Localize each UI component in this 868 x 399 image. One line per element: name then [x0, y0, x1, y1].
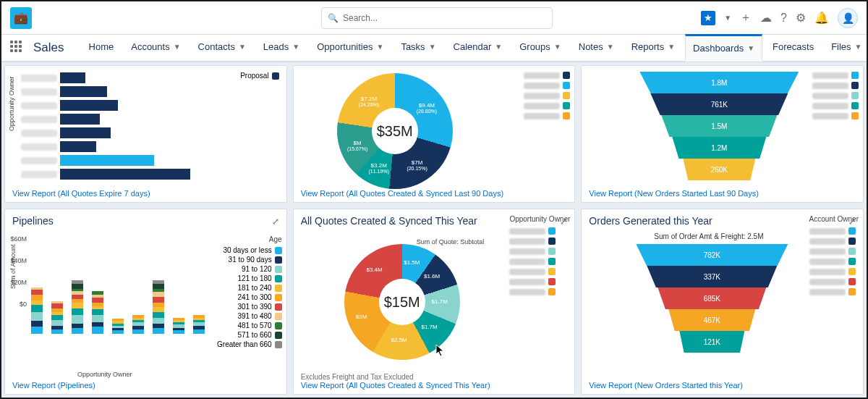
card-orders-90days: 1.8M761K1.5M1.2M260K View Report (New Or… — [581, 65, 864, 203]
chevron-down-icon: ▼ — [607, 43, 614, 51]
stacked-bar[interactable] — [92, 291, 103, 334]
legend-title: Opportunity Owner — [509, 215, 570, 223]
stacked-bar[interactable] — [31, 287, 43, 334]
slice-label: $7M(20.15%) — [407, 160, 427, 171]
global-search[interactable]: 🔍 Search... — [321, 7, 553, 29]
chart-subtitle: Sum of Order Amt & Freight: 2.5M — [654, 232, 763, 240]
legend-item — [509, 278, 570, 285]
chevron-down-icon: ▼ — [495, 43, 502, 51]
funnel-segment[interactable]: 1.5M — [661, 115, 777, 137]
legend-item — [809, 248, 859, 255]
nav-tabs: HomeAccounts▼Contacts▼Leads▼Opportunitie… — [82, 34, 868, 62]
funnel-segment[interactable]: 337K — [647, 266, 777, 287]
legend-item — [809, 278, 859, 285]
barh-row — [21, 154, 195, 167]
funnel-segment[interactable]: 782K — [636, 244, 788, 266]
funnel-segment[interactable]: 1.2M — [672, 137, 766, 159]
legend-item — [809, 238, 859, 245]
app-launcher-icon[interactable] — [10, 41, 22, 55]
stacked-bar[interactable] — [173, 318, 184, 334]
nav-tab-home[interactable]: Home — [82, 34, 122, 62]
stacked-bar[interactable] — [51, 301, 63, 334]
legend-item: 91 to 120 — [217, 265, 282, 273]
nav-tab-contacts[interactable]: Contacts▼ — [191, 34, 253, 62]
nav-tab-files[interactable]: Files▼ — [824, 34, 868, 62]
funnel-segment[interactable]: 467K — [668, 309, 755, 331]
stacked-bar[interactable] — [132, 315, 144, 334]
stacked-bar[interactable] — [72, 280, 83, 334]
card-quotes-90days: $35M $9.4M(28.80%)$7M(20.15%)$3.2M(11.19… — [293, 65, 576, 203]
view-report-link[interactable]: View Report (All Quotes Created & Synced… — [301, 189, 503, 198]
stacked-bar[interactable] — [193, 315, 205, 334]
legend-item — [509, 227, 570, 235]
ytick: $0 — [20, 301, 27, 308]
setup-gear-icon[interactable]: ⚙ — [796, 11, 806, 25]
chevron-down-icon: ▼ — [554, 43, 561, 51]
legend-item — [524, 92, 570, 99]
stacked-bar[interactable] — [153, 280, 164, 334]
legend-item — [812, 102, 859, 109]
global-header: 💼 🔍 Search... ★ ▼ ＋ ☁ ? ⚙ 🔔 👤 — [1, 1, 867, 35]
app-logo[interactable]: 💼 — [10, 7, 32, 29]
nav-tab-tasks[interactable]: Tasks▼ — [393, 34, 443, 62]
nav-tab-forecasts[interactable]: Forecasts — [765, 34, 821, 62]
nav-tab-accounts[interactable]: Accounts▼ — [124, 34, 187, 62]
barh-row — [21, 168, 195, 180]
legend-item: 481 to 570 — [217, 322, 282, 329]
nav-tab-reports[interactable]: Reports▼ — [624, 34, 682, 62]
funnel-segment[interactable]: 1.8M — [639, 72, 799, 93]
legend-item: Greater than 660 — [217, 340, 282, 348]
view-report-link[interactable]: View Report (Pipelines) — [12, 381, 95, 390]
view-report-link[interactable]: View Report (All Quotes Created & Synced… — [301, 381, 490, 390]
search-icon: 🔍 — [328, 13, 339, 23]
nav-tab-calendar[interactable]: Calendar▼ — [446, 34, 510, 62]
yaxis-label: Opportunity Owner — [8, 76, 15, 131]
chevron-down-icon: ▼ — [292, 43, 299, 51]
nav-tab-leads[interactable]: Leads▼ — [256, 34, 307, 62]
chevron-down-icon: ▼ — [174, 43, 181, 51]
funnel-segment[interactable]: 121K — [679, 331, 744, 353]
legend-item: 571 to 660 — [217, 331, 282, 339]
app-nav: Sales HomeAccounts▼Contacts▼Leads▼Opport… — [1, 35, 867, 62]
chevron-down-icon: ▼ — [376, 43, 383, 51]
legend-title: Age — [217, 235, 282, 243]
card-quotes-year: All Quotes Created & Synced This Year ⤢ … — [293, 209, 576, 395]
legend-item — [812, 72, 859, 79]
view-report-link[interactable]: View Report (New Orders Started this Yea… — [589, 381, 743, 390]
chevron-down-icon[interactable]: ▼ — [724, 14, 731, 22]
stacked-bar[interactable] — [112, 319, 124, 334]
legend-item — [509, 268, 570, 275]
ytick: $20M — [10, 279, 27, 286]
ytick: $60M — [10, 235, 27, 243]
add-icon[interactable]: ＋ — [740, 10, 752, 25]
help-icon[interactable]: ? — [780, 12, 787, 25]
funnel-segment[interactable]: 685K — [658, 287, 766, 309]
cursor-icon — [435, 344, 446, 357]
slice-label: $3M — [356, 314, 367, 320]
view-report-link[interactable]: View Report (All Quotes Expire 7 days) — [12, 189, 150, 198]
view-report-link[interactable]: View Report (New Orders Started Last 90 … — [589, 189, 759, 198]
slice-label: $M(15.67%) — [347, 140, 367, 151]
nav-tab-dashboards[interactable]: Dashboards▼ — [685, 34, 762, 62]
legend-item — [509, 288, 570, 295]
dashboard-grid: Opportunity Owner Proposal View Report (… — [1, 62, 867, 398]
barh-row — [21, 113, 195, 125]
cloud-icon[interactable]: ☁ — [760, 11, 772, 25]
funnel-segment[interactable]: 260K — [683, 159, 755, 180]
card-quotes-expire: Opportunity Owner Proposal View Report (… — [4, 65, 287, 203]
expand-icon[interactable]: ⤢ — [272, 217, 279, 227]
notifications-icon[interactable]: 🔔 — [814, 11, 829, 25]
nav-tab-groups[interactable]: Groups▼ — [512, 34, 569, 62]
funnel-segment[interactable]: 761K — [650, 93, 788, 115]
favorites-badge[interactable]: ★ — [701, 11, 715, 25]
nav-tab-notes[interactable]: Notes▼ — [571, 34, 621, 62]
legend-title: Account Owner — [809, 215, 859, 223]
user-avatar[interactable]: 👤 — [838, 8, 858, 28]
nav-tab-opportunities[interactable]: Opportunities▼ — [310, 34, 391, 62]
search-placeholder: Search... — [343, 13, 378, 23]
legend-item — [509, 258, 570, 265]
barh-row — [21, 72, 195, 84]
ytick: $40M — [10, 257, 27, 264]
chevron-down-icon: ▼ — [747, 44, 754, 52]
legend-item — [809, 288, 859, 295]
